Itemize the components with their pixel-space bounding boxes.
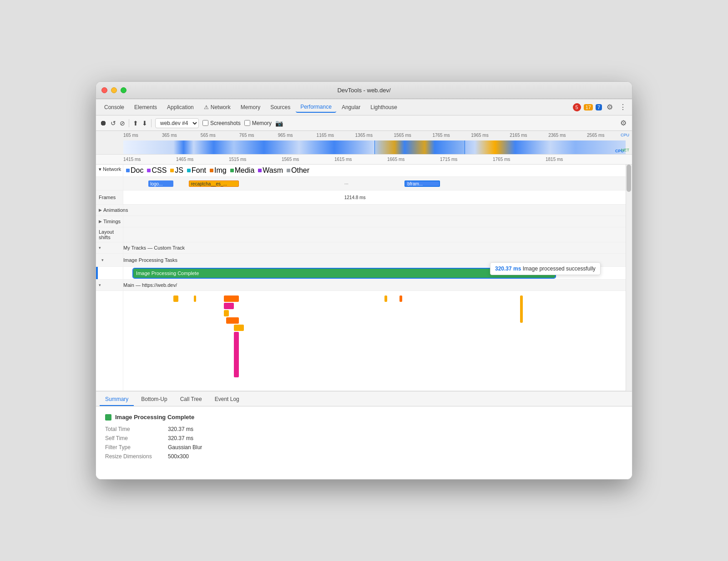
vertical-scrollbar[interactable] [626,165,632,391]
animations-expand-icon[interactable]: ▶ [99,208,102,212]
reload-record-button[interactable]: ↺ [111,120,116,127]
divider [129,119,129,127]
network-row-label: Network [103,166,121,172]
main-expand-icon[interactable]: ▾ [99,283,101,287]
perf-settings-icon[interactable]: ⚙ [618,117,628,129]
frames-content: 1214.8 ms [123,190,626,204]
flame-5[interactable] [226,317,239,324]
total-time-key: Total Time [105,426,164,432]
summary-row-self-time: Self Time 320.37 ms [105,435,623,441]
main-thread-header: ▾ Main — https://web.dev/ [96,280,626,291]
perf-toolbar: ⏺ ↺ ⊘ ⬆ ⬇ web.dev #4 Screenshots Memory … [96,115,632,131]
tab-network[interactable]: ⚠ Network [199,102,235,112]
flame-0[interactable] [173,296,178,302]
tab-elements[interactable]: Elements [130,102,162,112]
bottom-tabs: Summary Bottom-Up Call Tree Event Log [96,391,632,406]
timings-label-cell: ▶ Timings [96,216,123,227]
tab-application[interactable]: Application [162,102,198,112]
tab-sources[interactable]: Sources [266,102,295,112]
animations-label-cell: ▶ Animations [96,205,123,215]
tab-memory[interactable]: Memory [236,102,265,112]
legend-label-css: CSS [152,166,167,175]
flame-6[interactable] [234,325,244,331]
tab-lighthouse[interactable]: Lighthouse [366,102,402,112]
time-label-4: 965 ms [278,133,317,138]
flame-3[interactable] [224,303,234,309]
timings-label: Timings [103,219,121,224]
summary-color-box [105,414,111,421]
image-tasks-expand-icon[interactable]: ▾ [101,258,104,262]
b-time-5: 1665 ms [387,157,440,162]
timeline-overview[interactable]: 165 ms 365 ms 565 ms 765 ms 965 ms 1165 … [96,131,632,155]
network-bar-logo[interactable]: logo... [148,180,173,187]
memory-label: Memory [252,120,272,126]
more-icon[interactable]: ⋮ [617,101,628,113]
flame-4[interactable] [224,310,229,316]
legend-dot-css [147,169,151,172]
legend-wasm: Wasm [258,166,283,175]
timings-row: ▶ Timings [96,216,626,227]
tab-summary[interactable]: Summary [100,393,134,406]
memory-checkbox[interactable] [244,120,250,126]
net-right-label: NET [621,148,629,152]
network-bar-bfram-label: bfram... [407,181,423,186]
flame-10[interactable] [520,296,523,323]
tab-performance[interactable]: Performance [296,102,336,113]
network-bar-bfram[interactable]: bfram... [404,180,440,187]
flame-8[interactable] [384,296,387,302]
screenshots-checkbox[interactable] [202,120,208,126]
main-thread-content-header: Main — https://web.dev/ [123,280,626,291]
custom-track-content: My Tracks — Custom Track [123,242,626,253]
main-flame-spacer [96,291,123,391]
task-bar-label: Image Processing Complete [136,270,199,276]
tab-call-tree[interactable]: Call Tree [175,393,207,406]
tab-network-label: Network [211,104,231,110]
profile-select[interactable]: web.dev #4 [155,118,199,128]
flame-1[interactable] [194,296,197,302]
tooltip-label: Image processed successfully [523,265,596,272]
layout-shifts-label-cell: Layout shifts [96,227,123,242]
network-bar-recaptcha-label: recaptcha__es_... [191,181,228,186]
camera-icon[interactable]: 📷 [275,120,283,127]
legend-js: JS [170,166,183,175]
record-button[interactable]: ⏺ [100,119,107,127]
timeline-chart: CPU [123,140,626,154]
tab-bottom-up[interactable]: Bottom-Up [136,393,172,406]
collapse-icon[interactable]: ▾ [99,166,101,172]
legend-dot-font [187,169,191,172]
tab-console[interactable]: Console [100,102,129,112]
time-label-1: 365 ms [162,133,201,138]
timeline-content: ▾ Network Doc CSS JS [96,165,626,391]
upload-button[interactable]: ⬆ [133,120,138,127]
minimize-button[interactable] [111,87,117,93]
maximize-button[interactable] [121,87,126,93]
time-label-2: 565 ms [201,133,239,138]
network-bar-recaptcha[interactable]: recaptcha__es_... [189,180,239,187]
settings-icon[interactable]: ⚙ [605,101,615,113]
time-label-11: 2365 ms [548,133,587,138]
info-badge: 7 [596,104,602,110]
b-time-8: 1815 ms [546,157,598,162]
image-tasks-sublabel: Image Processing Tasks [123,257,177,263]
timings-expand-icon[interactable]: ▶ [99,219,102,224]
custom-track-expand-icon[interactable]: ▾ [99,245,101,250]
time-label-10: 2165 ms [510,133,548,138]
layout-shifts-content [123,227,626,242]
tab-angular[interactable]: Angular [337,102,365,112]
network-label-area: ▾ Network [96,165,123,176]
scrollbar-thumb[interactable] [627,165,631,192]
clear-button[interactable]: ⊘ [120,120,125,127]
b-time-7: 1765 ms [493,157,546,162]
time-label-7: 1565 ms [394,133,432,138]
devtools-window: DevTools - web.dev/ Console Elements App… [96,81,632,480]
close-button[interactable] [101,87,107,93]
frames-row: Frames 1214.8 ms [96,190,626,205]
main-thread-label: Main — https://web.dev/ [123,282,177,288]
title-bar: DevTools - web.dev/ [96,82,632,99]
tab-event-log[interactable]: Event Log [209,393,245,406]
flame-2[interactable] [224,296,239,302]
download-button[interactable]: ⬇ [142,120,147,127]
summary-title: Image Processing Complete [105,414,623,421]
flame-7[interactable] [234,332,239,377]
flame-9[interactable] [399,296,402,302]
